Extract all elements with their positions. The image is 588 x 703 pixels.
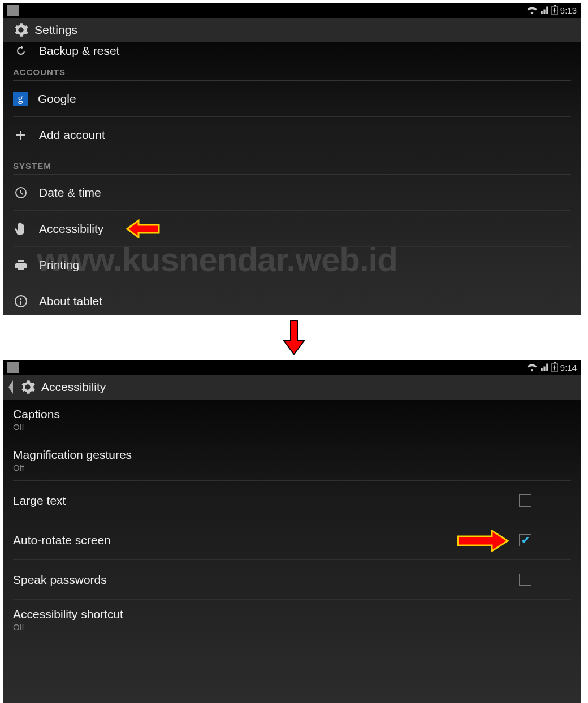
row-label: Google (38, 92, 571, 106)
row-label: Accessibility (39, 222, 571, 236)
battery-charging-icon (551, 362, 558, 372)
row-about-tablet[interactable]: About tablet (13, 283, 571, 315)
row-label: Printing (39, 258, 571, 272)
pref-title: Large text (13, 494, 66, 507)
action-bar[interactable]: Accessibility (3, 375, 581, 400)
annotation-arrow-down-icon (283, 319, 305, 355)
settings-screen: 9:13 Settings Backup & reset ACCOUNTS g … (3, 3, 581, 315)
pref-title: Accessibility shortcut (13, 607, 123, 621)
wifi-icon (526, 363, 538, 372)
pref-accessibility-shortcut[interactable]: Accessibility shortcut Off (13, 600, 571, 640)
plus-icon (14, 128, 28, 142)
settings-list[interactable]: Backup & reset ACCOUNTS g Google Add acc… (3, 42, 581, 315)
row-label: Date & time (39, 186, 571, 199)
pref-subtitle: Off (13, 622, 123, 632)
section-header-system: SYSTEM (13, 153, 571, 175)
notification-app-icon (7, 5, 19, 16)
google-icon: g (13, 92, 28, 106)
clock-icon (14, 186, 28, 199)
action-bar: Settings (3, 18, 581, 42)
pref-speak-passwords[interactable]: Speak passwords (13, 560, 571, 600)
signal-icon (540, 6, 549, 15)
annotation-arrow-left-icon (126, 219, 160, 238)
row-label: Add account (39, 128, 571, 142)
hand-icon (14, 222, 28, 236)
pref-subtitle: Off (13, 463, 132, 472)
pref-large-text[interactable]: Large text (13, 481, 571, 520)
annotation-gap (0, 318, 588, 357)
pref-magnification[interactable]: Magnification gestures Off (13, 440, 571, 481)
row-accessibility[interactable]: Accessibility (13, 211, 571, 247)
row-printing[interactable]: Printing (13, 247, 571, 283)
row-label: About tablet (39, 294, 571, 308)
accessibility-screen: 9:14 Accessibility Captions Off Magnific… (3, 360, 581, 703)
printer-icon (14, 258, 28, 272)
row-backup-reset[interactable]: Backup & reset (13, 42, 571, 59)
status-clock: 9:13 (560, 6, 577, 15)
back-chevron-icon[interactable] (6, 379, 14, 395)
svg-point-4 (20, 298, 21, 300)
battery-charging-icon (551, 5, 558, 15)
action-bar-title: Settings (34, 23, 77, 37)
signal-icon (540, 363, 549, 372)
pref-auto-rotate[interactable]: Auto-rotate screen (13, 520, 571, 560)
annotation-arrow-right-icon (457, 530, 509, 552)
status-bar: 9:13 (3, 3, 581, 18)
pref-title: Magnification gestures (13, 448, 132, 462)
svg-rect-1 (554, 5, 556, 6)
svg-rect-7 (554, 362, 556, 363)
wifi-icon (526, 6, 538, 15)
status-bar: 9:14 (3, 360, 581, 375)
checkbox-auto-rotate[interactable] (519, 534, 531, 546)
info-icon (14, 294, 28, 308)
accessibility-list[interactable]: Captions Off Magnification gestures Off … (3, 400, 581, 640)
pref-title: Auto-rotate screen (13, 533, 111, 547)
row-google[interactable]: g Google (13, 81, 571, 117)
notification-app-icon (7, 362, 19, 373)
pref-title: Speak passwords (13, 573, 107, 587)
gear-icon (13, 22, 29, 38)
row-date-time[interactable]: Date & time (13, 175, 571, 211)
svg-rect-5 (20, 301, 21, 305)
section-header-accounts: ACCOUNTS (13, 59, 571, 81)
pref-title: Captions (13, 407, 60, 421)
checkbox-large-text[interactable] (519, 494, 531, 507)
gear-icon (20, 379, 36, 395)
row-add-account[interactable]: Add account (13, 117, 571, 153)
row-label: Backup & reset (39, 44, 571, 58)
status-clock: 9:14 (560, 363, 577, 372)
pref-captions[interactable]: Captions Off (13, 400, 571, 440)
restore-icon (14, 44, 28, 58)
action-bar-title: Accessibility (41, 380, 106, 394)
pref-subtitle: Off (13, 422, 60, 432)
checkbox-speak-passwords[interactable] (519, 574, 531, 586)
